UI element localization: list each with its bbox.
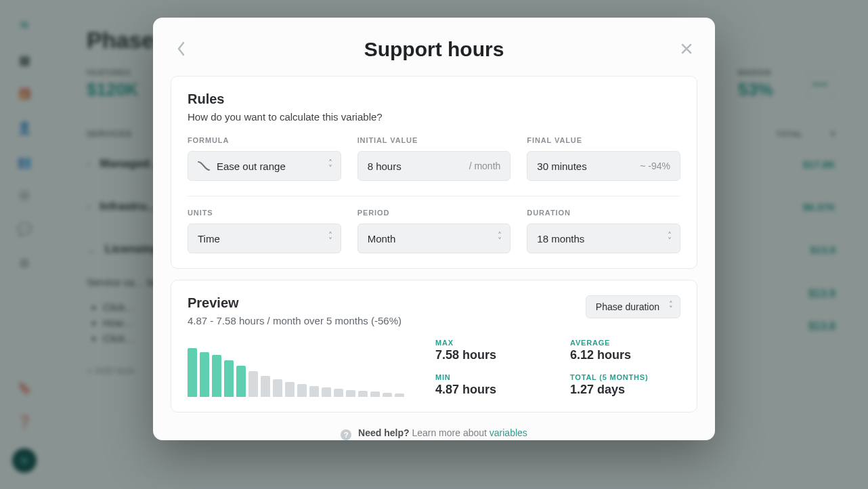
chart-bar [346,390,355,397]
stepper-icon: ˄˅ [669,302,673,312]
stat-max: MAX 7.58 hours [435,339,546,362]
chart-bar [334,389,343,397]
stat-value: 6.12 hours [570,348,680,362]
chart-bar [200,352,209,398]
help-link[interactable]: variables [490,427,527,438]
chart-bar [309,386,319,397]
duration-field: DURATION 18 months ˄˅ [527,209,680,253]
modal-header: Support hours [153,34,715,76]
final-value: 30 minutes [537,161,586,172]
chart-bar [224,360,234,397]
units-select[interactable]: Time ˄˅ [188,224,341,253]
rules-row-1: FORMULA Ease out range ˄˅ INITIAL VALUE … [188,136,680,181]
units-value: Time [198,233,220,244]
period-field: PERIOD Month ˄˅ [357,209,511,253]
divider [188,196,680,196]
stat-label: AVERAGE [570,339,680,347]
initial-value-input[interactable]: 8 hours / month [357,151,511,181]
chevron-left-icon [177,41,186,56]
stepper-icon: ˄˅ [498,233,502,244]
final-value-field: FINAL VALUE 30 minutes ~ -94% [527,136,680,181]
field-label: INITIAL VALUE [357,136,511,144]
stat-label: MIN [435,373,546,381]
close-button[interactable] [676,38,697,60]
initial-value: 8 hours [368,161,402,172]
chart-bar [248,371,258,397]
units-field: UNITS Time ˄˅ [188,209,341,253]
chart-bar [236,366,246,397]
field-label: PERIOD [357,209,511,217]
stepper-icon: ˄˅ [328,233,332,244]
formula-value: Ease out range [217,161,286,172]
close-icon [680,43,693,55]
period-select[interactable]: Month ˄˅ [357,224,511,253]
chart-bar [370,391,380,397]
chart-bar [273,379,282,397]
help-footer: ? Need help? Learn more about variables [153,423,715,440]
initial-suffix: / month [469,161,501,171]
formula-select[interactable]: Ease out range ˄˅ [188,151,341,181]
preview-card: Preview 4.87 - 7.58 hours / month over 5… [171,280,697,412]
chart-bar [395,394,404,397]
stat-value: 7.58 hours [435,348,546,362]
rules-row-2: UNITS Time ˄˅ PERIOD Month ˄˅ DURATION 1… [188,209,680,253]
field-label: DURATION [527,209,680,217]
help-prefix: Need help? [358,427,409,438]
stat-average: AVERAGE 6.12 hours [570,339,680,362]
preview-heading: Preview [188,295,402,311]
field-label: FORMULA [188,136,341,144]
stepper-icon: ˄˅ [328,161,332,171]
field-label: UNITS [188,209,341,217]
stat-label: MAX [435,339,546,347]
chart-bar [358,391,368,397]
chart-bar [261,376,270,397]
initial-value-field: INITIAL VALUE 8 hours / month [357,136,511,181]
chart-bar [383,393,392,397]
preview-body: MAX 7.58 hours AVERAGE 6.12 hours MIN 4.… [188,339,680,397]
chart-bar [212,355,221,397]
chart-bar [188,348,197,397]
rules-heading: Rules [188,91,680,107]
preview-header: Preview 4.87 - 7.58 hours / month over 5… [188,295,680,326]
help-text: Learn more about [412,427,489,438]
final-value-input[interactable]: 30 minutes ~ -94% [527,151,680,181]
rules-card: Rules How do you want to calculate this … [171,76,697,269]
preview-stats: MAX 7.58 hours AVERAGE 6.12 hours MIN 4.… [435,339,680,397]
preview-summary: 4.87 - 7.58 hours / month over 5 months … [188,315,402,326]
duration-value: 18 months [537,233,584,244]
stat-label: TOTAL (5 MONTHS) [570,373,680,381]
period-value: Month [368,233,396,244]
stat-value: 1.27 days [570,383,680,397]
preview-bar-chart [188,344,404,397]
field-label: FINAL VALUE [527,136,680,144]
ease-out-curve-icon [198,160,210,172]
stat-value: 4.87 hours [435,383,546,397]
back-button[interactable] [171,38,192,60]
duration-select[interactable]: 18 months ˄˅ [527,224,680,253]
variable-editor-modal: Support hours Rules How do you want to c… [153,18,715,440]
stat-min: MIN 4.87 hours [435,373,546,397]
stat-total: TOTAL (5 MONTHS) 1.27 days [570,373,680,397]
chart-bar [322,387,331,397]
preview-scope-select[interactable]: Phase duration ˄˅ [586,295,680,318]
modal-title: Support hours [171,38,697,61]
scope-value: Phase duration [596,301,659,312]
stepper-icon: ˄˅ [668,233,672,244]
question-icon: ? [341,429,351,440]
formula-field: FORMULA Ease out range ˄˅ [188,136,341,181]
chart-bar [285,382,295,397]
final-change: ~ -94% [640,161,670,171]
rules-subheading: How do you want to calculate this variab… [188,111,680,123]
chart-bar [297,384,307,397]
